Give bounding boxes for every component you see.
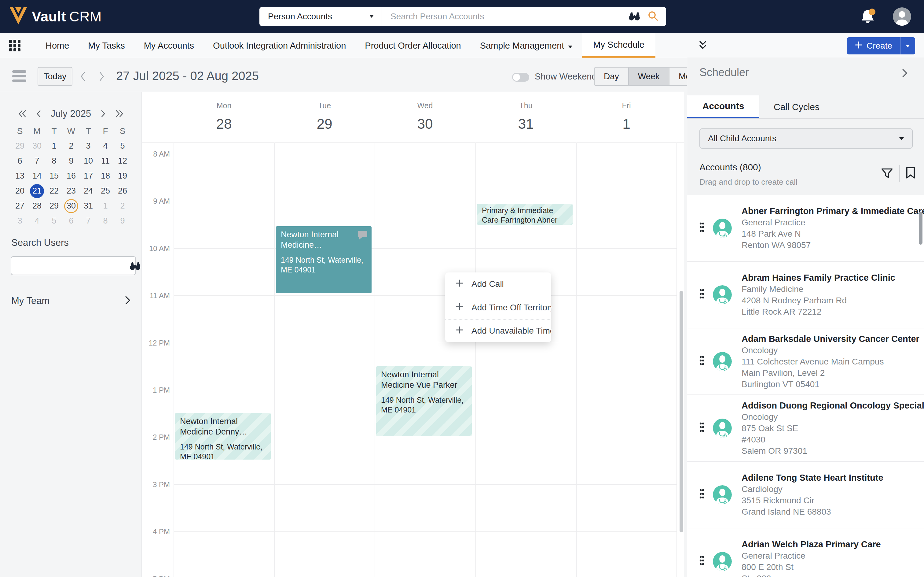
mini-cal-day[interactable]: 1: [45, 139, 63, 153]
view-day[interactable]: Day: [595, 68, 628, 85]
calendar-scrollbar[interactable]: [680, 291, 683, 532]
user-avatar[interactable]: [893, 7, 911, 26]
mini-cal-day[interactable]: 6: [63, 213, 80, 229]
calendar-event[interactable]: Newton Internal Medicine Vue Parker149 N…: [376, 366, 472, 436]
mini-cal-day[interactable]: 16: [63, 169, 80, 184]
mini-cal-day[interactable]: 12: [114, 153, 131, 169]
mini-cal-day[interactable]: 11: [97, 153, 114, 169]
mini-cal-day[interactable]: 4: [97, 139, 114, 153]
mini-cal-day[interactable]: 7: [80, 213, 97, 229]
mini-cal-day[interactable]: 4: [29, 213, 45, 229]
mini-cal-day[interactable]: 29: [45, 198, 63, 213]
account-card[interactable]: Abram Haines Family Practice ClinicFamil…: [687, 262, 924, 329]
calendar-event[interactable]: Newton Internal Medicine Denny…149 North…: [175, 413, 271, 460]
search-scope-selector[interactable]: Person Accounts: [259, 7, 382, 26]
menu-item-add-time-off-territory[interactable]: Add Time Off Territory: [445, 296, 551, 319]
bookmark-icon[interactable]: [905, 166, 916, 181]
drag-handle-icon[interactable]: [699, 288, 704, 301]
nav-tab-my-accounts[interactable]: My Accounts: [135, 33, 204, 58]
mini-cal-day[interactable]: 8: [45, 153, 63, 169]
account-card[interactable]: Addison Duong Regional Oncology Speciali…: [687, 395, 924, 462]
mini-cal-day[interactable]: 29: [11, 139, 29, 153]
prev-month-icon[interactable]: [36, 110, 42, 118]
day-header-mon[interactable]: Mon28: [199, 101, 248, 132]
next-month-icon[interactable]: [100, 110, 106, 118]
mini-cal-day[interactable]: 17: [80, 169, 97, 184]
mini-cal-day[interactable]: 8: [97, 213, 114, 229]
mini-cal-day[interactable]: 7: [29, 153, 45, 169]
week-calendar[interactable]: Mon28Tue29Wed30Thu31Fri18 AM9 AM10 AM11 …: [141, 92, 684, 577]
previous-week-button[interactable]: [79, 71, 87, 83]
more-tabs-icon[interactable]: [697, 40, 709, 52]
account-card[interactable]: Adilene Tong State Heart InstituteCardio…: [687, 462, 924, 529]
tab-call-cycles[interactable]: Call Cycles: [759, 95, 834, 119]
mini-cal-day-today[interactable]: 30: [63, 198, 80, 213]
mini-cal-day[interactable]: 2: [63, 139, 80, 153]
next-week-button[interactable]: [98, 71, 106, 83]
my-team-row[interactable]: My Team: [11, 295, 131, 306]
mini-cal-day[interactable]: 1: [97, 198, 114, 213]
drag-handle-icon[interactable]: [699, 355, 704, 367]
mini-cal-day[interactable]: 18: [97, 169, 114, 184]
day-header-wed[interactable]: Wed30: [400, 101, 450, 132]
day-header-tue[interactable]: Tue29: [300, 101, 349, 132]
mini-cal-day[interactable]: 28: [29, 198, 45, 213]
search-input[interactable]: [382, 11, 628, 21]
account-scope-dropdown[interactable]: All Child Accounts: [699, 129, 913, 148]
account-card[interactable]: Abner Farrington Primary & Immediate Car…: [687, 195, 924, 262]
nav-tab-home[interactable]: Home: [36, 33, 79, 58]
app-launcher-icon[interactable]: [9, 40, 21, 52]
collapse-panel-icon[interactable]: [901, 68, 908, 79]
mini-cal-day[interactable]: 10: [80, 153, 97, 169]
prev-year-icon[interactable]: [18, 110, 27, 118]
filter-icon[interactable]: [881, 167, 893, 181]
mini-cal-day[interactable]: 19: [114, 169, 131, 184]
nav-tab-outlook-integration-administration[interactable]: Outlook Integration Administration: [204, 33, 355, 58]
mini-cal-day[interactable]: 2: [114, 198, 131, 213]
mini-cal-day[interactable]: 26: [114, 184, 131, 198]
today-button[interactable]: Today: [38, 67, 72, 86]
vault-crm-logo[interactable]: VaultCRM: [9, 7, 102, 26]
mini-cal-day-selected[interactable]: 21: [29, 184, 45, 198]
account-card[interactable]: Adam Barksdale University Cancer CenterO…: [687, 329, 924, 395]
mini-cal-day[interactable]: 3: [11, 213, 29, 229]
mini-cal-day[interactable]: 20: [11, 184, 29, 198]
mini-cal-day[interactable]: 9: [114, 213, 131, 229]
drag-handle-icon[interactable]: [699, 422, 704, 434]
day-header-fri[interactable]: Fri1: [602, 101, 651, 132]
mini-cal-day[interactable]: 13: [11, 169, 29, 184]
mini-cal-day[interactable]: 27: [11, 198, 29, 213]
mini-cal-day[interactable]: 3: [80, 139, 97, 153]
day-header-thu[interactable]: Thu31: [501, 101, 550, 132]
mini-cal-day[interactable]: 5: [45, 213, 63, 229]
nav-tab-my-tasks[interactable]: My Tasks: [79, 33, 134, 58]
drag-handle-icon[interactable]: [699, 555, 704, 567]
mini-cal-day[interactable]: 24: [80, 184, 97, 198]
notifications-bell-icon[interactable]: [859, 8, 876, 25]
mini-cal-day[interactable]: 23: [63, 184, 80, 198]
nav-tab-my-schedule[interactable]: My Schedule: [582, 33, 656, 58]
drag-handle-icon[interactable]: [699, 488, 704, 501]
account-card[interactable]: Adrian Welch Plaza Primary CareGeneral P…: [687, 529, 924, 577]
mini-cal-day[interactable]: 25: [97, 184, 114, 198]
next-year-icon[interactable]: [115, 110, 124, 118]
search-users-input[interactable]: [11, 261, 129, 271]
mini-cal-day[interactable]: 22: [45, 184, 63, 198]
calendar-menu-icon[interactable]: [12, 70, 26, 82]
menu-item-add-call[interactable]: Add Call: [445, 272, 551, 296]
mini-cal-day[interactable]: 31: [80, 198, 97, 213]
create-button[interactable]: Create: [847, 37, 900, 55]
mini-cal-day[interactable]: 15: [45, 169, 63, 184]
advanced-search-binoculars-icon[interactable]: [628, 11, 640, 22]
mini-cal-day[interactable]: 30: [29, 139, 45, 153]
search-icon[interactable]: [648, 11, 658, 22]
mini-cal-day[interactable]: 5: [114, 139, 131, 153]
view-week[interactable]: Week: [628, 68, 669, 85]
mini-cal-day[interactable]: 6: [11, 153, 29, 169]
calendar-event[interactable]: Primary & Immediate Care Farrington Abne…: [477, 204, 573, 225]
mini-cal-day[interactable]: 14: [29, 169, 45, 184]
nav-tab-sample-management[interactable]: Sample Management: [471, 33, 582, 58]
tab-accounts[interactable]: Accounts: [687, 95, 759, 119]
calendar-event[interactable]: Newton Internal Medicine…149 North St, W…: [276, 226, 371, 293]
account-list-scrollbar[interactable]: [919, 211, 922, 245]
